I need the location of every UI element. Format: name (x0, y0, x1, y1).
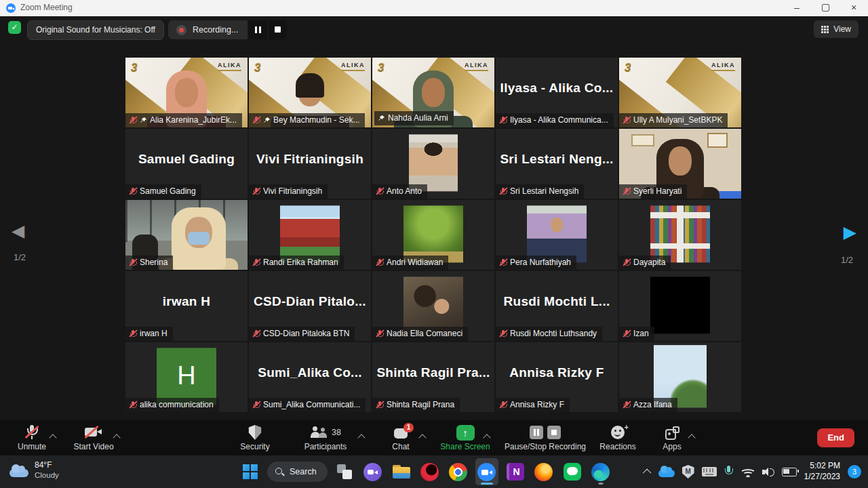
next-page-arrow[interactable]: ▶ (844, 224, 856, 241)
start-video-button[interactable]: Start Video (68, 424, 119, 451)
mic-off-icon (252, 116, 260, 125)
name-tag: Vivi Fitrianingsih (249, 184, 328, 199)
mic-off-icon (252, 187, 260, 196)
active-app-indicator (481, 483, 493, 485)
name-tag: Ully A Mulyani_SetBKPK (619, 113, 728, 127)
battery-icon[interactable] (782, 468, 797, 476)
tile-alika-communication[interactable]: H alika communication (125, 342, 248, 412)
apps-icon (665, 426, 679, 439)
pin-icon (263, 117, 271, 124)
display-name-large: Ilyasa - Alika Co... (496, 58, 618, 118)
participants-options-caret[interactable] (357, 434, 365, 441)
name-tag: Andri Widiawan (372, 256, 448, 270)
taskbar-app-chrome[interactable] (447, 458, 470, 485)
chrome-icon (449, 463, 467, 481)
mic-off-icon (499, 329, 507, 338)
tray-expand-chevron-icon[interactable] (642, 468, 651, 477)
wifi-icon[interactable] (741, 467, 755, 477)
apps-options-caret[interactable] (688, 434, 695, 441)
taskbar-search[interactable]: Search (267, 462, 328, 482)
taskbar-clock[interactable]: 5:02 PM 1/27/2023 (804, 461, 840, 482)
taskbar-app-zoom-active[interactable] (475, 458, 498, 485)
pause-stop-recording-button[interactable]: Pause/Stop Recording (500, 424, 590, 451)
mcafee-shield-icon[interactable]: M (682, 465, 694, 479)
volume-icon[interactable] (762, 467, 774, 477)
name-tag: Sri Lestari Nengsih (496, 184, 584, 199)
mic-off-icon (623, 329, 631, 338)
pause-recording-icon (530, 426, 543, 439)
meeting-control-bar: Unmute Start Video Security 38 Participa… (0, 420, 868, 455)
tile-samuel-gading[interactable]: Samuel Gading Samuel Gading (125, 129, 248, 199)
notification-count-badge[interactable]: 3 (848, 465, 861, 479)
security-button[interactable]: Security (235, 424, 275, 451)
pause-recording-button[interactable] (249, 20, 267, 39)
chat-options-caret[interactable] (418, 434, 426, 441)
task-view-button[interactable] (333, 458, 356, 485)
tile-nahda-aulia-active-speaker[interactable]: 3ALIKA Nahda Aulia Arni (372, 58, 494, 127)
mic-off-icon (623, 116, 631, 125)
taskbar-app-opera-gx[interactable] (418, 458, 441, 485)
start-button[interactable] (239, 458, 262, 485)
view-button[interactable]: View (814, 20, 859, 38)
unmute-button[interactable]: Unmute (12, 424, 52, 451)
taskbar-app-edge[interactable] (589, 458, 612, 485)
tile-izan[interactable]: Izan (619, 271, 741, 341)
mic-off-icon (376, 401, 384, 409)
window-title: Zoom Meeting (20, 3, 73, 12)
tile-anto-anto[interactable]: Anto Anto (372, 129, 494, 199)
microphone-in-use-icon[interactable] (724, 466, 734, 479)
avatar-image (650, 277, 710, 333)
taskbar-weather-widget[interactable]: 84°F Cloudy (9, 460, 59, 480)
mic-off-icon (376, 187, 384, 196)
tile-sumi-alika[interactable]: Sumi_Alika Co... Sumi_Alika Communicati.… (249, 342, 371, 412)
tile-bey-machmudin[interactable]: 3ALIKA Bey Machmudin - Sek... (249, 58, 371, 127)
mic-off-icon (376, 329, 384, 338)
taskbar-app-video-chat[interactable] (361, 458, 384, 485)
tile-ilyasa[interactable]: Ilyasa - Alika Co... Ilyasa - Alika Comm… (496, 58, 618, 127)
search-icon (275, 468, 284, 476)
tile-dayapita[interactable]: Dayapita (619, 200, 741, 270)
tile-annisa-rizky[interactable]: Annisa Rizky F Annisa Rizky F (496, 342, 618, 412)
previous-page-arrow[interactable]: ◀ (12, 222, 24, 239)
tile-ully-mulyani[interactable]: 3ALIKA Ully A Mulyani_SetBKPK (619, 58, 741, 127)
tile-shinta-ragil[interactable]: Shinta Ragil Pra... Shinta Ragil Prana (372, 342, 494, 412)
meeting-info-shield-icon[interactable]: ✓ (8, 21, 21, 34)
chat-button[interactable]: 1 Chat (384, 424, 418, 451)
onedrive-icon[interactable] (658, 470, 675, 477)
mic-muted-icon (25, 425, 39, 440)
name-tag: Sumi_Alika Communicati... (249, 398, 366, 412)
taskbar-app-line[interactable] (561, 458, 584, 485)
reactions-button[interactable]: + Reactions (595, 424, 640, 451)
file-explorer-icon (393, 465, 410, 479)
tile-randi-erika[interactable]: Randi Erika Rahman (249, 200, 371, 270)
tile-alia-karenina[interactable]: 3ALIKA Alia Karenina_JubirEk... (125, 58, 248, 127)
taskbar-app-file-explorer[interactable] (390, 458, 413, 485)
tile-vivi-fitrianingsih[interactable]: Vivi Fitrianingsih Vivi Fitrianingsih (249, 129, 371, 199)
tile-rusdi-mochti[interactable]: Rusdi Mochti L... Rusdi Mochti Luthsandy (496, 271, 618, 341)
stop-recording-button[interactable] (269, 20, 287, 39)
end-meeting-button[interactable]: End (817, 428, 854, 447)
tile-azza-ifana[interactable]: Azza Ifana (619, 342, 741, 412)
tile-andri-widiawan[interactable]: Andri Widiawan (372, 200, 494, 270)
original-sound-button[interactable]: Original Sound for Musicians: Off (27, 20, 164, 40)
avatar-image (527, 205, 587, 262)
tile-sherina[interactable]: Sherina (125, 200, 248, 270)
taskbar-app-onenote[interactable]: N (504, 458, 527, 485)
taskbar-app-firefox[interactable] (532, 458, 555, 485)
tile-nadia-ella[interactable]: Nadia Ella Comaneci (372, 271, 494, 341)
minimize-button[interactable]: – (783, 0, 811, 16)
display-name-large: Samuel Gading (125, 129, 248, 189)
apps-button[interactable]: Apps (655, 424, 689, 451)
tile-syerli-haryati[interactable]: Syerli Haryati (619, 129, 741, 199)
tile-pera-nurfathiyah[interactable]: Pera Nurfathiyah (496, 200, 618, 270)
touch-keyboard-icon[interactable] (702, 467, 717, 476)
tile-sri-lestari[interactable]: Sri Lestari Neng... Sri Lestari Nengsih (496, 129, 618, 199)
tile-csd-dian[interactable]: CSD-Dian Pitalo... CSD-Dian Pitaloka BTN (249, 271, 371, 341)
tile-irwan-h[interactable]: irwan H irwan H (125, 271, 248, 341)
page-indicator-right: 1/2 (841, 255, 853, 265)
name-tag: CSD-Dian Pitaloka BTN (249, 327, 355, 341)
close-button[interactable]: × (840, 0, 868, 16)
participants-button[interactable]: 38 Participants (293, 424, 358, 451)
maximize-button[interactable] (811, 0, 840, 16)
pin-icon (378, 115, 385, 122)
